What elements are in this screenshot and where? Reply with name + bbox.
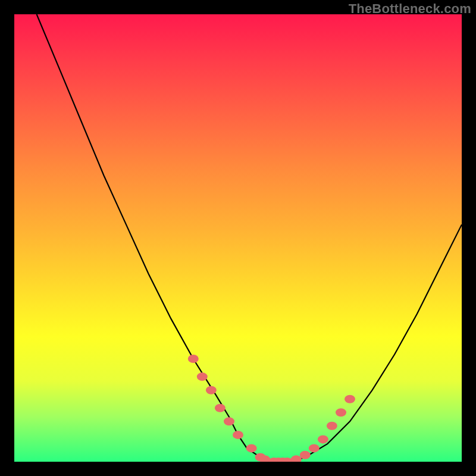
data-marker [336, 408, 346, 416]
bottleneck-curve [37, 14, 462, 462]
data-marker [309, 444, 320, 452]
data-marker [188, 355, 199, 363]
data-marker [246, 444, 257, 452]
data-marker [206, 386, 217, 394]
data-marker [318, 435, 328, 443]
data-marker [327, 422, 337, 430]
chart-frame: TheBottleneck.com [0, 0, 476, 476]
curve-path [37, 14, 462, 462]
data-marker [300, 451, 311, 459]
data-marker [197, 372, 208, 381]
data-marker [224, 417, 234, 425]
data-marker [345, 395, 355, 403]
data-marker [291, 455, 302, 462]
watermark-text: TheBottleneck.com [349, 1, 471, 17]
marker-group [188, 355, 355, 462]
data-marker [233, 431, 243, 439]
plot-area [14, 14, 462, 462]
data-marker [215, 404, 226, 412]
curve-layer [14, 14, 462, 462]
